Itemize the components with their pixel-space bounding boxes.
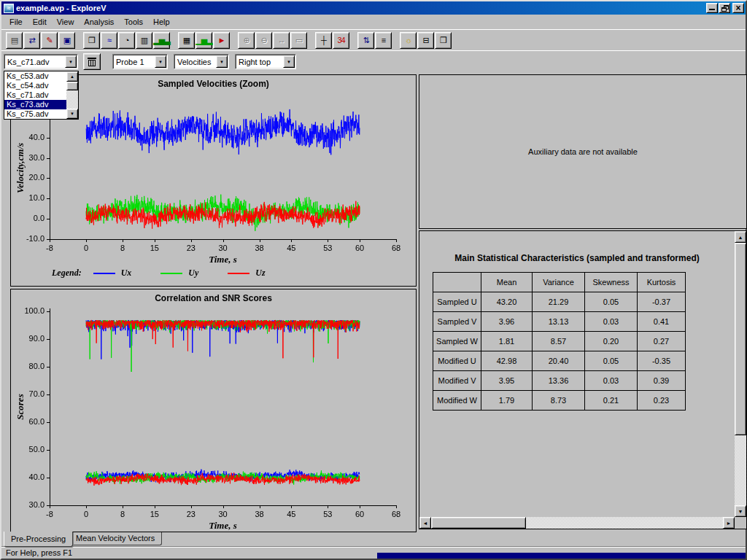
table-row: Modified U42.9820.400.05-0.35 — [433, 351, 686, 371]
copy-report-button[interactable]: ❒ — [435, 32, 452, 49]
marker-tool-button[interactable]: ► — [213, 32, 230, 49]
spectra-window-button[interactable]: ▥ — [136, 32, 152, 49]
status-text: For Help, press F1 — [6, 548, 72, 557]
dropdown-scroll-up-button[interactable]: ▲ — [66, 71, 78, 82]
waveform-window-button[interactable]: ≈ — [101, 32, 117, 49]
menu-analysis[interactable]: Analysis — [79, 16, 119, 28]
despike-tool-icon: ⇅ — [363, 36, 368, 44]
waveform-window-icon: ≈ — [107, 36, 111, 44]
despike-tool-button[interactable]: ⇅ — [357, 32, 374, 49]
scroll-down-button[interactable]: ▼ — [735, 505, 746, 517]
toolbar-group-windows: ❐ ≈ ◔ ▥ ▂▅▃ — [83, 32, 171, 49]
list-view-button[interactable]: ≡ — [375, 32, 392, 49]
histogram-window-icon: ▂▅▃ — [153, 36, 169, 44]
menu-tools[interactable]: Tools — [119, 16, 148, 28]
arrow-right-icon: ► — [727, 521, 732, 526]
app-icon[interactable]: ≈ — [4, 4, 14, 13]
legend-entry-ux: Ux — [93, 268, 132, 279]
vertical-scrollbar[interactable]: ▲ ▼ — [735, 231, 746, 517]
zoom-out-button: ⊖ — [255, 32, 272, 49]
view-combo-dropdown-button[interactable]: ▼ — [216, 55, 228, 68]
report-tool-button[interactable]: ☼ — [400, 32, 417, 49]
tab-pre-processing[interactable]: Pre-Processing — [4, 532, 73, 547]
view-combo-value: Velocities — [174, 58, 216, 66]
cascade-windows-button[interactable]: ❐ — [83, 32, 100, 49]
table-row: Sampled W1.818.570.200.27 — [433, 332, 686, 351]
zoom-window-button[interactable]: ◔ — [118, 32, 135, 49]
file-combo-dropdown-button[interactable]: ▼ — [65, 55, 77, 68]
menu-edit[interactable]: Edit — [28, 16, 52, 28]
toolbar-group-output: ☼ ⊟ ❒ — [400, 32, 452, 49]
title-bar[interactable]: ≈ example.avp - ExploreV × — [1, 1, 746, 15]
header-variance: Variance — [533, 273, 585, 292]
legend-entry-uz: Uz — [228, 268, 265, 279]
dropdown-item-highlighted[interactable]: Ks_c73.adv — [4, 100, 66, 109]
horizontal-scrollbar[interactable]: ◄ ► — [419, 517, 735, 529]
table-row: Sampled U43.2021.290.05-0.37 — [433, 292, 686, 312]
grid-window-button[interactable]: ▦ — [178, 32, 195, 49]
horizontal-scroll-thumb[interactable] — [431, 517, 526, 529]
view-combo[interactable]: Velocities ▼ — [174, 54, 229, 69]
menu-file[interactable]: File — [4, 16, 28, 28]
save-project-button[interactable]: ▣ — [58, 32, 75, 49]
position-combo-dropdown-button[interactable]: ▼ — [283, 55, 295, 68]
menu-view[interactable]: View — [52, 16, 80, 28]
sample-range-icon: 34 — [337, 36, 344, 44]
delete-file-button[interactable] — [83, 53, 101, 70]
print-button[interactable]: ⊟ — [417, 32, 434, 49]
edit-configuration-button[interactable]: ✎ — [41, 32, 58, 49]
list-view-icon: ≡ — [382, 36, 385, 44]
vertical-scroll-thumb[interactable] — [735, 243, 746, 435]
edit-configuration-icon: ✎ — [46, 36, 52, 44]
probe-combo[interactable]: Probe 1 ▼ — [112, 54, 168, 69]
file-combo[interactable]: Ks_c71.adv ▼ — [4, 54, 78, 69]
window-title: example.avp - ExploreV — [16, 4, 705, 12]
legend-entry-uy: Uy — [160, 268, 198, 279]
dropdown-item[interactable]: Ks_c75.adv — [4, 109, 66, 119]
zoom-window-icon: ◔ — [125, 36, 129, 44]
bar-chart-window-button[interactable]: ▁▅▂ — [196, 32, 212, 49]
report-tool-icon: ☼ — [405, 36, 411, 44]
dropdown-scrollbar[interactable]: ▲ ▼ — [66, 71, 78, 119]
status-blue-region — [377, 553, 746, 559]
toolbar-group-charts: ▦ ▁▅▂ ► — [178, 32, 231, 49]
chevron-down-icon: ▼ — [158, 60, 163, 64]
restore-button[interactable] — [719, 3, 730, 13]
marker-tool-icon: ► — [218, 36, 225, 44]
histogram-window-button[interactable]: ▂▅▃ — [153, 32, 170, 49]
dropdown-scroll-down-button[interactable]: ▼ — [66, 109, 78, 119]
pan-view-icon: ↔ — [278, 36, 285, 44]
open-project-button[interactable]: ▤ — [6, 32, 23, 49]
file-dropdown-list: Ks_c53.adv Ks_c54.adv Ks_c71.adv Ks_c73.… — [4, 71, 79, 120]
menu-help[interactable]: Help — [148, 16, 175, 28]
import-data-button[interactable]: ⇄ — [23, 32, 40, 49]
axes-setup-button[interactable]: ┼ — [315, 32, 332, 49]
probe-combo-dropdown-button[interactable]: ▼ — [155, 55, 166, 68]
close-button[interactable]: × — [732, 3, 744, 13]
dropdown-scroll-thumb[interactable] — [66, 82, 78, 90]
application-window: ≈ example.avp - ExploreV × File Edit Vie… — [0, 0, 747, 560]
position-combo-value: Right top — [236, 58, 283, 66]
tab-mean-velocity-vectors[interactable]: Mean Velocity Vectors — [69, 532, 162, 545]
print-icon: ⊟ — [422, 36, 428, 44]
close-icon: × — [735, 4, 740, 12]
table-row: Sampled V3.9613.130.030.41 — [433, 312, 686, 332]
dropdown-item[interactable]: Ks_c54.adv — [4, 81, 66, 90]
legend-text-uy: Uy — [188, 268, 198, 279]
dropdown-item[interactable]: Ks_c71.adv — [4, 90, 66, 100]
dropdown-item[interactable]: Ks_c53.adv — [4, 71, 66, 81]
minimize-button[interactable] — [706, 3, 718, 13]
legend-label: Legend: — [52, 268, 82, 279]
legend-line-uy — [160, 273, 182, 274]
table-row: Modified W1.798.730.210.23 — [433, 391, 686, 411]
toolbar-group-zoom: ⊕ ⊖ ↔ ▭ — [238, 32, 308, 49]
scroll-left-button[interactable]: ◄ — [419, 517, 431, 529]
open-project-icon: ▤ — [11, 36, 18, 44]
import-data-icon: ⇄ — [28, 36, 34, 44]
arrow-left-icon: ◄ — [423, 521, 428, 526]
scroll-up-button[interactable]: ▲ — [735, 231, 746, 243]
position-combo[interactable]: Right top ▼ — [235, 54, 296, 69]
sample-range-button[interactable]: 34 — [333, 32, 349, 49]
arrow-down-icon: ▼ — [738, 509, 743, 514]
scroll-right-button[interactable]: ► — [723, 517, 735, 529]
